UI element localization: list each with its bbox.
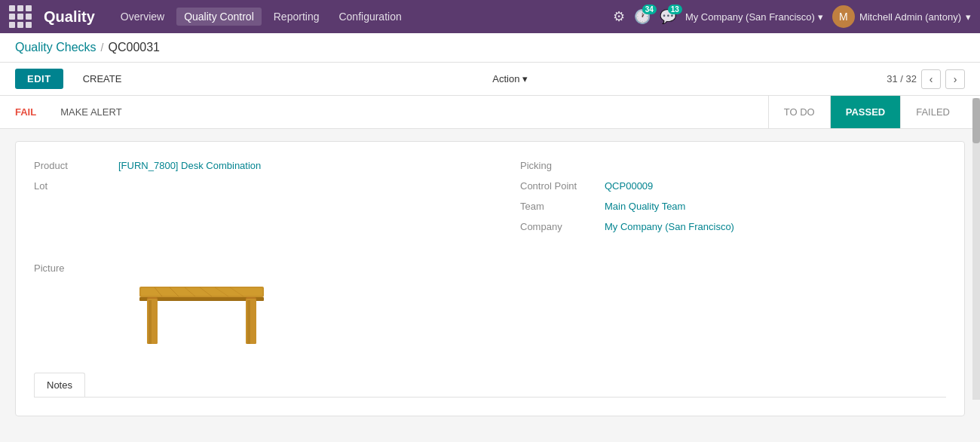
apps-menu-icon[interactable] xyxy=(9,5,32,28)
company-name: My Company (San Francisco) xyxy=(685,11,815,23)
svg-rect-1 xyxy=(141,288,262,296)
notes-tab[interactable]: Notes xyxy=(34,373,85,397)
chat-badge: 13 xyxy=(668,5,682,14)
control-point-field-row: Control Point QCP00009 xyxy=(520,180,946,192)
svg-rect-8 xyxy=(247,300,250,344)
svg-rect-2 xyxy=(139,297,264,301)
edit-button[interactable]: EDIT xyxy=(15,69,63,89)
brand-title: Quality xyxy=(44,8,95,26)
lot-label: Lot xyxy=(34,180,109,192)
breadcrumb-parent[interactable]: Quality Checks xyxy=(15,41,96,54)
clock-icon[interactable]: 🕐 34 xyxy=(634,8,651,25)
company-value[interactable]: My Company (San Francisco) xyxy=(605,221,734,232)
product-value[interactable]: [FURN_7800] Desk Combination xyxy=(118,160,261,171)
company-field-row: Company My Company (San Francisco) xyxy=(520,221,946,232)
company-chevron-icon: ▾ xyxy=(818,11,823,23)
picking-label: Picking xyxy=(520,160,596,171)
pager-count: 31 / 32 xyxy=(887,73,917,84)
toolbar: EDIT CREATE Action ▾ 31 / 32 ‹ › xyxy=(0,63,980,96)
nav-links: Overview Quality Control Reporting Confi… xyxy=(113,8,613,26)
product-field-row: Product [FURN_7800] Desk Combination xyxy=(34,160,460,171)
form-section: Product [FURN_7800] Desk Combination Lot… xyxy=(34,160,946,241)
svg-rect-7 xyxy=(149,300,152,344)
status-tabs: TO DO PASSED FAILED xyxy=(768,96,965,128)
topnav-right: ⚙ 🕐 34 💬 13 My Company (San Francisco) ▾… xyxy=(613,5,971,28)
company-label: Company xyxy=(520,221,596,232)
team-label: Team xyxy=(520,201,596,212)
action-button[interactable]: Action ▾ xyxy=(483,69,537,89)
desk-image xyxy=(124,256,275,355)
user-avatar: M xyxy=(832,5,855,28)
create-button[interactable]: CREATE xyxy=(71,69,134,89)
team-field-row: Team Main Quality Team xyxy=(520,201,946,212)
breadcrumb: Quality Checks / QC00031 xyxy=(0,33,980,63)
record-card: Product [FURN_7800] Desk Combination Lot… xyxy=(15,141,965,416)
user-menu[interactable]: M Mitchell Admin (antony) ▾ xyxy=(832,5,971,28)
picking-field-row: Picking xyxy=(520,160,946,171)
clock-badge: 34 xyxy=(642,5,657,14)
fail-button[interactable]: FAIL xyxy=(15,96,48,128)
form-col-left: Product [FURN_7800] Desk Combination Lot xyxy=(34,160,460,241)
picture-label: Picture xyxy=(34,256,109,274)
action-label: Action xyxy=(492,73,519,84)
pager: 31 / 32 ‹ › xyxy=(887,69,965,89)
company-selector[interactable]: My Company (San Francisco) ▾ xyxy=(685,11,823,23)
nav-quality-control[interactable]: Quality Control xyxy=(176,8,262,26)
user-name: Mitchell Admin (antony) xyxy=(859,11,961,23)
make-alert-button[interactable]: MAKE ALERT xyxy=(48,96,133,128)
pager-next-button[interactable]: › xyxy=(945,69,965,89)
form-col-right: Picking Control Point QCP00009 Team Main… xyxy=(520,160,946,241)
notes-tabs: Notes xyxy=(34,373,946,397)
action-chevron-icon: ▾ xyxy=(522,73,528,84)
breadcrumb-separator: / xyxy=(101,41,104,54)
control-point-value[interactable]: QCP00009 xyxy=(605,180,653,192)
team-value[interactable]: Main Quality Team xyxy=(605,201,685,212)
nav-overview[interactable]: Overview xyxy=(113,8,172,26)
settings-icon[interactable]: ⚙ xyxy=(613,8,625,25)
product-label: Product xyxy=(34,160,109,171)
picture-section: Picture xyxy=(34,256,946,355)
nav-reporting[interactable]: Reporting xyxy=(266,8,327,26)
pager-prev-button[interactable]: ‹ xyxy=(921,69,941,89)
lot-field-row: Lot xyxy=(34,180,460,192)
status-tab-passed[interactable]: PASSED xyxy=(830,96,901,128)
top-navigation: Quality Overview Quality Control Reporti… xyxy=(0,0,980,33)
scrollbar-thumb[interactable] xyxy=(972,98,980,143)
user-chevron-icon: ▾ xyxy=(966,11,971,23)
status-tab-todo[interactable]: TO DO xyxy=(768,96,830,128)
status-tab-failed[interactable]: FAILED xyxy=(900,96,965,128)
control-point-label: Control Point xyxy=(520,180,596,192)
chat-icon[interactable]: 💬 13 xyxy=(660,8,676,25)
scrollbar[interactable] xyxy=(972,98,980,400)
breadcrumb-current: QC00031 xyxy=(108,41,160,54)
status-bar: FAIL MAKE ALERT TO DO PASSED FAILED xyxy=(0,96,980,129)
main-content: Product [FURN_7800] Desk Combination Lot… xyxy=(0,129,980,431)
nav-configuration[interactable]: Configuration xyxy=(331,8,409,26)
